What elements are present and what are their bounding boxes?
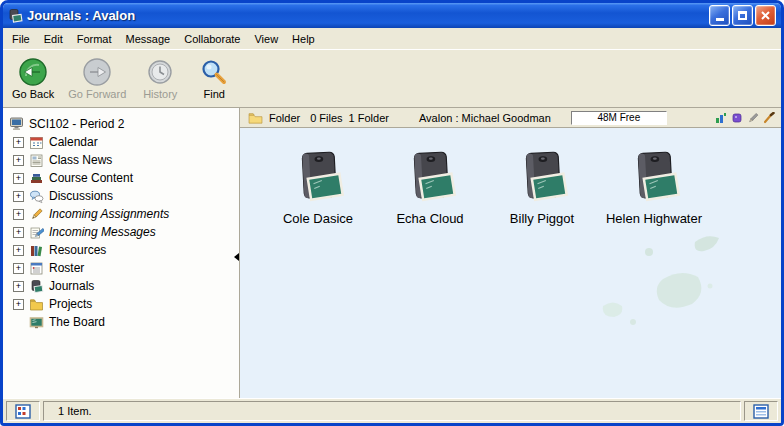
- books-stack-icon: [29, 171, 44, 186]
- tree-item-label: Projects: [49, 297, 92, 311]
- journal-item-billy[interactable]: Billy Piggot: [490, 150, 594, 226]
- go-forward-label: Go Forward: [68, 88, 126, 100]
- bookshelf-icon: [29, 243, 44, 258]
- minimize-button[interactable]: [709, 5, 730, 26]
- menu-format[interactable]: Format: [70, 30, 119, 48]
- history-clock-icon: [145, 57, 175, 87]
- folders-count: 1 Folder: [349, 112, 389, 124]
- tree-item-resources[interactable]: + Resources: [9, 241, 239, 259]
- journal-list: Cole Dasice: [240, 128, 781, 226]
- tree-item-label: The Board: [49, 315, 105, 329]
- history-button[interactable]: History: [135, 54, 185, 103]
- maximize-button[interactable]: [732, 5, 753, 26]
- forward-arrow-icon: [82, 57, 112, 87]
- menu-collaborate[interactable]: Collaborate: [177, 30, 247, 48]
- journal-name: Billy Piggot: [510, 211, 574, 226]
- chart-icon[interactable]: [715, 112, 727, 124]
- journal-name: Echa Cloud: [396, 211, 463, 226]
- folder-view: Cole Dasice: [240, 128, 781, 398]
- tree-item-projects[interactable]: + Projects: [9, 295, 239, 313]
- journal-icon: [29, 279, 44, 294]
- tree-item-roster[interactable]: + Roster: [9, 259, 239, 277]
- journal-item-cole[interactable]: Cole Dasice: [266, 150, 370, 226]
- grid-status-icon[interactable]: [15, 404, 31, 419]
- expand-icon[interactable]: +: [13, 281, 24, 292]
- content-panel: Folder 0 Files 1 Folder Avalon : Michael…: [240, 108, 781, 398]
- tree-item-label: Incoming Messages: [49, 225, 156, 239]
- navigation-tree: SCI102 - Period 2 + Calendar + Class: [3, 108, 240, 398]
- tree-item-calendar[interactable]: + Calendar: [9, 133, 239, 151]
- pencil-small-icon[interactable]: [747, 112, 759, 124]
- go-back-button[interactable]: Go Back: [7, 54, 59, 103]
- menu-file[interactable]: File: [5, 30, 37, 48]
- status-right-cell: [744, 401, 778, 421]
- journal-item-helen[interactable]: Helen Highwater: [602, 150, 706, 226]
- tree-item-discussions[interactable]: + Discussions: [9, 187, 239, 205]
- location-path: Avalon : Michael Goodman: [419, 112, 551, 124]
- tree-item-label: Roster: [49, 261, 84, 275]
- window-controls: [709, 5, 776, 26]
- menu-help[interactable]: Help: [285, 30, 322, 48]
- tree-item-label: Resources: [49, 243, 106, 257]
- journal-book-icon: [399, 150, 461, 208]
- expand-icon[interactable]: +: [13, 263, 24, 274]
- folder-icon: [248, 112, 263, 124]
- chalkboard-icon: [29, 315, 44, 330]
- tree-item-label: Journals: [49, 279, 94, 293]
- statusbar: 1 Item.: [3, 398, 781, 423]
- tree-item-label: Course Content: [49, 171, 133, 185]
- expand-icon[interactable]: +: [13, 191, 24, 202]
- tree-item-course-content[interactable]: + Course Content: [9, 169, 239, 187]
- app-window: Journals : Avalon File Edit Format Messa…: [0, 0, 784, 426]
- titlebar[interactable]: Journals : Avalon: [3, 3, 781, 28]
- find-button[interactable]: Find: [189, 54, 239, 103]
- palette-icon[interactable]: [731, 112, 743, 124]
- app-icon: [7, 8, 23, 24]
- expand-icon[interactable]: +: [13, 137, 24, 148]
- expand-icon[interactable]: +: [13, 227, 24, 238]
- journal-book-icon: [623, 150, 685, 208]
- go-back-label: Go Back: [12, 88, 54, 100]
- newspaper-icon: [29, 153, 44, 168]
- pencil-note-icon: [29, 225, 44, 240]
- menu-view[interactable]: View: [247, 30, 285, 48]
- journal-book-icon: [287, 150, 349, 208]
- toolbar: Go Back Go Forward History Fi: [3, 49, 781, 108]
- menu-edit[interactable]: Edit: [37, 30, 70, 48]
- tree-item-label: Incoming Assignments: [49, 207, 169, 221]
- tree-item-label: Calendar: [49, 135, 98, 149]
- tree-item-label: Class News: [49, 153, 112, 167]
- menu-message[interactable]: Message: [119, 30, 178, 48]
- tree-item-label: Discussions: [49, 189, 113, 203]
- content-header-bar: Folder 0 Files 1 Folder Avalon : Michael…: [240, 108, 781, 128]
- magnifier-icon: [199, 57, 229, 87]
- item-count-text: 1 Item.: [58, 405, 92, 417]
- free-space-indicator: 48M Free: [571, 111, 667, 125]
- journal-name: Helen Highwater: [606, 211, 702, 226]
- tree-item-incoming-assignments[interactable]: + Incoming Assignments: [9, 205, 239, 223]
- paintbrush-icon[interactable]: [763, 112, 775, 124]
- expand-icon[interactable]: +: [13, 173, 24, 184]
- find-label: Find: [204, 88, 225, 100]
- expand-icon[interactable]: +: [13, 299, 24, 310]
- panel-toggle-icon[interactable]: [753, 404, 769, 419]
- status-message: 1 Item.: [43, 401, 741, 421]
- go-forward-button[interactable]: Go Forward: [63, 54, 131, 103]
- tree-root-class[interactable]: SCI102 - Period 2: [9, 114, 239, 133]
- calendar-icon: [29, 135, 44, 150]
- expand-icon[interactable]: +: [13, 155, 24, 166]
- expand-icon[interactable]: +: [13, 209, 24, 220]
- expand-icon[interactable]: +: [13, 245, 24, 256]
- close-button[interactable]: [755, 5, 776, 26]
- files-count: 0 Files: [310, 112, 342, 124]
- journal-item-echa[interactable]: Echa Cloud: [378, 150, 482, 226]
- minimize-icon: [716, 18, 724, 21]
- splitter-collapse-arrow[interactable]: [234, 253, 239, 261]
- tree-item-incoming-messages[interactable]: + Incoming Messages: [9, 223, 239, 241]
- maximize-icon: [738, 11, 747, 20]
- header-tool-icons: [715, 112, 775, 124]
- status-left-cell: [6, 401, 40, 421]
- tree-item-class-news[interactable]: + Class News: [9, 151, 239, 169]
- tree-item-journals[interactable]: + Journals: [9, 277, 239, 295]
- tree-item-the-board[interactable]: The Board: [9, 313, 239, 331]
